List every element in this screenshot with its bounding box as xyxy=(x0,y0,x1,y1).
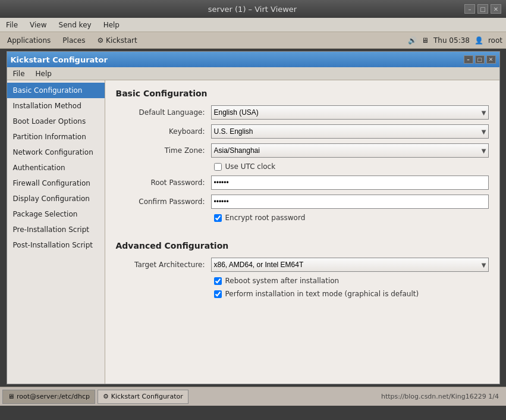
inner-window: Kickstart Configurator – □ ✕ File Help B… xyxy=(7,51,500,384)
timezone-row: Time Zone: Asia/Shanghai ▼ xyxy=(116,143,489,158)
target-arch-label: Target Architecture: xyxy=(116,261,211,269)
basic-config-title: Basic Configuration xyxy=(116,89,489,98)
network-icon: 🖥 xyxy=(422,36,429,45)
menu-sendkey[interactable]: Send key xyxy=(55,20,95,30)
maximize-button[interactable]: □ xyxy=(477,4,488,14)
inner-title-bar: Kickstart Configurator – □ ✕ xyxy=(7,52,499,67)
form-area: Basic Configuration Default Language: En… xyxy=(105,80,499,384)
confirm-password-label: Confirm Password: xyxy=(116,198,211,206)
system-bar-right: 🔊 🖥 Thu 05:38 👤 root xyxy=(408,36,502,45)
sidebar-item-network-configuration[interactable]: Network Configuration xyxy=(7,145,105,160)
system-bar: Applications Places ⚙ Kickstart 🔊 🖥 Thu … xyxy=(0,32,506,49)
bottom-bar: 🖥 root@server:/etc/dhcp ⚙ Kickstart Conf… xyxy=(0,387,506,406)
default-language-wrapper: English (USA) ▼ xyxy=(211,105,489,120)
sidebar-item-post-installation-script[interactable]: Post-Installation Script xyxy=(7,237,105,253)
title-bar: server (1) – Virt Viewer – □ ✕ xyxy=(0,0,506,18)
applications-menu[interactable]: Applications xyxy=(4,35,54,46)
menu-help[interactable]: Help xyxy=(100,20,123,30)
root-password-input[interactable] xyxy=(211,175,489,190)
keyboard-row: Keyboard: U.S. English ▼ xyxy=(116,124,489,139)
configurator-icon: ⚙ xyxy=(103,393,109,400)
reboot-row: Reboot system after installation xyxy=(214,277,489,285)
configurator-label: Kickstart Configurator xyxy=(111,393,183,400)
target-arch-row: Target Architecture: x86, AMD64, or Inte… xyxy=(116,258,489,272)
sidebar-item-firewall-configuration[interactable]: Firewall Configuration xyxy=(7,175,105,191)
sidebar-item-boot-loader-options[interactable]: Boot Loader Options xyxy=(7,114,105,129)
utc-clock-label: Use UTC clock xyxy=(225,162,276,171)
clock: Thu 05:38 xyxy=(433,36,470,45)
sidebar-item-authentication[interactable]: Authentication xyxy=(7,160,105,175)
inner-maximize-button[interactable]: □ xyxy=(475,55,485,64)
utc-clock-row: Use UTC clock xyxy=(214,162,489,171)
default-language-select[interactable]: English (USA) xyxy=(211,105,489,120)
target-arch-select[interactable]: x86, AMD64, or Intel EM64T xyxy=(211,258,489,272)
title-bar-controls: – □ ✕ xyxy=(464,4,501,14)
keyboard-wrapper: U.S. English ▼ xyxy=(211,124,489,139)
taskbar-configurator[interactable]: ⚙ Kickstart Configurator xyxy=(98,390,188,404)
sidebar-item-pre-installation-script[interactable]: Pre-Installation Script xyxy=(7,222,105,237)
keyboard-label: Keyboard: xyxy=(116,127,211,136)
taskbar-terminal[interactable]: 🖥 root@server:/etc/dhcp xyxy=(2,390,95,404)
close-button[interactable]: ✕ xyxy=(491,4,501,14)
inner-menu-help[interactable]: Help xyxy=(32,68,55,79)
sidebar-item-basic-configuration[interactable]: Basic Configuration xyxy=(7,83,105,98)
default-language-label: Default Language: xyxy=(116,108,211,117)
username: root xyxy=(488,36,502,45)
timezone-label: Time Zone: xyxy=(116,146,211,155)
inner-menu-bar: File Help xyxy=(7,67,499,80)
taskbar-url: https://blog.csdn.net/King16229 1/4 xyxy=(191,393,504,400)
user-icon: 👤 xyxy=(474,36,483,45)
inner-window-title: Kickstart Configurator xyxy=(11,55,108,64)
minimize-button[interactable]: – xyxy=(464,4,475,14)
text-mode-checkbox[interactable] xyxy=(214,290,222,298)
reboot-label: Reboot system after installation xyxy=(225,277,340,285)
window-title: server (1) – Virt Viewer xyxy=(40,5,464,14)
default-language-row: Default Language: English (USA) ▼ xyxy=(116,105,489,120)
timezone-select[interactable]: Asia/Shanghai xyxy=(211,143,489,158)
sidebar-item-partition-information[interactable]: Partition Information xyxy=(7,129,105,145)
terminal-icon: 🖥 xyxy=(8,393,14,400)
confirm-password-row: Confirm Password: xyxy=(116,195,489,209)
sidebar-item-installation-method[interactable]: Installation Method xyxy=(7,98,105,114)
utc-clock-checkbox[interactable] xyxy=(214,163,222,171)
root-password-row: Root Password: xyxy=(116,175,489,190)
terminal-label: root@server:/etc/dhcp xyxy=(17,393,90,400)
confirm-password-input[interactable] xyxy=(211,195,489,209)
text-mode-label: Perform installation in text mode (graph… xyxy=(225,290,419,298)
inner-title-controls: – □ ✕ xyxy=(464,55,496,64)
keyboard-select[interactable]: U.S. English xyxy=(211,124,489,139)
menu-file[interactable]: File xyxy=(2,20,21,30)
encrypt-password-checkbox[interactable] xyxy=(214,214,222,222)
inner-menu-file[interactable]: File xyxy=(10,68,29,79)
encrypt-password-row: Encrypt root password xyxy=(214,214,489,222)
sidebar: Basic Configuration Installation Method … xyxy=(7,80,105,384)
reboot-checkbox[interactable] xyxy=(214,277,222,285)
sidebar-item-package-selection[interactable]: Package Selection xyxy=(7,206,105,222)
system-bar-left: Applications Places ⚙ Kickstart xyxy=(4,35,141,46)
kickstart-icon: ⚙ xyxy=(97,36,103,45)
target-arch-wrapper: x86, AMD64, or Intel EM64T ▼ xyxy=(211,258,489,272)
menu-view[interactable]: View xyxy=(26,20,50,30)
kickstart-applet[interactable]: ⚙ Kickstart xyxy=(93,35,140,46)
encrypt-password-label: Encrypt root password xyxy=(225,214,306,222)
menu-bar: File View Send key Help xyxy=(0,18,506,32)
main-content: Basic Configuration Installation Method … xyxy=(7,80,499,384)
volume-icon: 🔊 xyxy=(408,36,417,45)
sidebar-item-display-configuration[interactable]: Display Configuration xyxy=(7,191,105,206)
timezone-wrapper: Asia/Shanghai ▼ xyxy=(211,143,489,158)
places-menu[interactable]: Places xyxy=(59,35,89,46)
inner-close-button[interactable]: ✕ xyxy=(486,55,496,64)
advanced-config-title: Advanced Configuration xyxy=(116,241,489,250)
inner-minimize-button[interactable]: – xyxy=(464,55,473,64)
text-mode-row: Perform installation in text mode (graph… xyxy=(214,290,489,298)
root-password-label: Root Password: xyxy=(116,178,211,187)
